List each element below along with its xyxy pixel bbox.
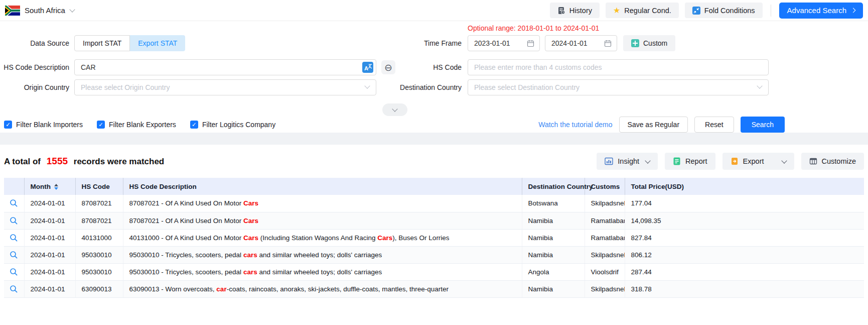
search-icon[interactable] bbox=[10, 268, 18, 276]
destination-country-label: Destination Country bbox=[351, 83, 462, 91]
filter-blank-importers-checkbox[interactable]: ✓ Filter Blank Importers bbox=[4, 121, 83, 129]
collapse-form-button[interactable] bbox=[382, 103, 407, 116]
cell-hs-code: 63090013 bbox=[75, 280, 123, 297]
cell-customs: Skilpadsnek bbox=[585, 195, 625, 212]
hs-code-description-input[interactable] bbox=[74, 59, 376, 75]
table-row: 2024-01-01 40131000 40131000 - Of A Kind… bbox=[4, 229, 864, 246]
table-row: 2024-01-01 95030010 95030010 - Tricycles… bbox=[4, 246, 864, 263]
table-row: 2024-01-01 95030010 95030010 - Tricycles… bbox=[4, 263, 864, 280]
report-icon bbox=[673, 157, 681, 165]
search-icon[interactable] bbox=[10, 199, 18, 207]
total-suffix: records were matched bbox=[74, 157, 164, 166]
total-count: 1555 bbox=[47, 156, 68, 166]
filter-blank-exporters-label: Filter Blank Exporters bbox=[109, 121, 176, 129]
fold-conditions-label: Fold Conditions bbox=[704, 7, 755, 15]
tutorial-demo-link[interactable]: Watch the tutorial demo bbox=[538, 121, 612, 129]
table-row: 2024-01-01 87087021 87087021 - Of A Kind… bbox=[4, 212, 864, 229]
chevron-right-icon bbox=[851, 8, 856, 13]
cell-month: 2024-01-01 bbox=[24, 229, 75, 246]
cell-month: 2024-01-01 bbox=[24, 280, 75, 297]
reset-button[interactable]: Reset bbox=[694, 117, 734, 133]
export-icon bbox=[731, 157, 739, 165]
cell-destination: Namibia bbox=[522, 280, 585, 297]
history-button[interactable]: History bbox=[550, 3, 600, 18]
cell-price: 806.12 bbox=[625, 246, 864, 263]
chevron-down-icon bbox=[392, 106, 397, 112]
custom-range-label: Custom bbox=[643, 39, 667, 47]
regular-cond-button[interactable]: ★ Regular Cond. bbox=[606, 3, 679, 18]
header-price: Total Price(USD) bbox=[625, 178, 864, 195]
table-row: 2024-01-01 63090013 63090013 - Worn over… bbox=[4, 280, 864, 297]
cell-customs: Skilpadsnek bbox=[585, 246, 625, 263]
cell-hs-code: 95030010 bbox=[75, 246, 123, 263]
south-africa-flag-icon bbox=[5, 6, 20, 16]
search-icon[interactable] bbox=[10, 234, 18, 242]
results-section: A total of 1555 records were matched Ins… bbox=[0, 145, 868, 298]
regular-cond-label: Regular Cond. bbox=[624, 7, 671, 15]
end-date-input[interactable]: 2024-01-01 bbox=[545, 35, 617, 51]
fold-icon bbox=[692, 7, 700, 15]
destination-country-select[interactable] bbox=[468, 79, 769, 95]
customize-button[interactable]: Customize bbox=[801, 153, 864, 170]
export-stat-button[interactable]: Export STAT bbox=[130, 35, 185, 51]
fold-conditions-button[interactable]: Fold Conditions bbox=[685, 3, 763, 18]
insight-icon bbox=[605, 157, 613, 166]
insight-button[interactable]: Insight bbox=[597, 153, 658, 170]
total-prefix: A total of bbox=[4, 157, 41, 166]
cell-destination: Namibia bbox=[522, 246, 585, 263]
report-label: Report bbox=[685, 157, 707, 165]
cell-hs-code: 87087021 bbox=[75, 212, 123, 229]
sort-asc-icon[interactable] bbox=[54, 184, 58, 186]
hs-code-input[interactable] bbox=[468, 59, 769, 75]
cell-description: 87087021 - Of A Kind Used On Motor Cars bbox=[123, 195, 522, 212]
chevron-down-icon[interactable] bbox=[781, 158, 787, 163]
filter-logistics-company-checkbox[interactable]: ✓ Filter Logitics Company bbox=[190, 121, 275, 129]
header-description: HS Code Description bbox=[123, 178, 522, 195]
data-source-segmented-control: Import STAT Export STAT bbox=[74, 35, 185, 51]
search-icon[interactable] bbox=[10, 216, 18, 225]
end-date-value: 2024-01-01 bbox=[551, 39, 604, 47]
filter-blank-exporters-checkbox[interactable]: ✓ Filter Blank Exporters bbox=[97, 121, 176, 129]
cell-month: 2024-01-01 bbox=[24, 246, 75, 263]
cell-price: 318.78 bbox=[625, 280, 864, 297]
cell-description: 95030010 - Tricycles, scooters, pedal ca… bbox=[123, 263, 522, 280]
results-table: Month HS Code HS Code Description Destin… bbox=[4, 178, 864, 298]
month-sort-control[interactable] bbox=[54, 184, 58, 190]
checkbox-checked-icon: ✓ bbox=[190, 121, 198, 129]
calendar-icon bbox=[604, 40, 612, 47]
table-header-row: Month HS Code HS Code Description Destin… bbox=[4, 178, 864, 195]
save-as-regular-button[interactable]: Save as Regular bbox=[619, 117, 688, 133]
calendar-icon bbox=[527, 40, 534, 47]
chevron-down-icon[interactable] bbox=[69, 7, 75, 12]
cell-customs: Ramatlabam bbox=[585, 212, 625, 229]
header-hs-code: HS Code bbox=[75, 178, 123, 195]
country-selector-label[interactable]: South Africa bbox=[25, 6, 65, 15]
report-button[interactable]: Report bbox=[665, 153, 715, 170]
checkbox-checked-icon: ✓ bbox=[97, 121, 105, 129]
start-date-input[interactable]: 2023-01-01 bbox=[468, 35, 540, 51]
customize-label: Customize bbox=[822, 157, 856, 165]
cell-description: 63090013 - Worn overcoats, car-coats, ra… bbox=[123, 280, 522, 297]
cell-customs: Ramatlabam bbox=[585, 229, 625, 246]
import-stat-button[interactable]: Import STAT bbox=[74, 35, 130, 51]
header-customs: Customs bbox=[585, 178, 625, 195]
advanced-search-label: Advanced Search bbox=[787, 6, 846, 15]
advanced-search-button[interactable]: Advanced Search bbox=[779, 3, 863, 19]
cell-description: 95030010 - Tricycles, scooters, pedal ca… bbox=[123, 246, 522, 263]
cell-month: 2024-01-01 bbox=[24, 263, 75, 280]
search-icon[interactable] bbox=[10, 251, 18, 259]
search-button[interactable]: Search bbox=[741, 117, 785, 133]
sort-desc-icon[interactable] bbox=[54, 187, 58, 190]
cell-hs-code: 95030010 bbox=[75, 263, 123, 280]
chevron-down-icon bbox=[645, 158, 650, 163]
top-bar: South Africa History ★ Regular Cond. Fol… bbox=[0, 0, 868, 21]
export-button[interactable]: Export bbox=[722, 153, 794, 170]
cell-description: 87087021 - Of A Kind Used On Motor Cars bbox=[123, 212, 522, 229]
data-source-label: Data Source bbox=[0, 39, 69, 47]
search-icon[interactable] bbox=[10, 285, 18, 293]
origin-country-select[interactable] bbox=[74, 79, 376, 95]
hs-code-label: HS Code bbox=[351, 63, 462, 71]
custom-range-button[interactable]: Custom bbox=[623, 35, 675, 51]
star-icon: ★ bbox=[613, 7, 620, 15]
cell-destination: Namibia bbox=[522, 212, 585, 229]
